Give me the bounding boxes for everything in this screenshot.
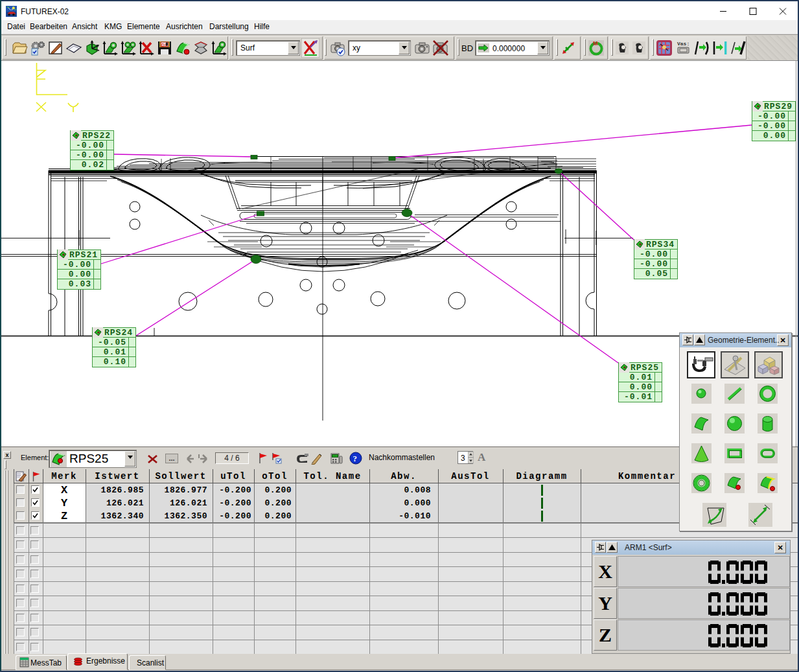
svg-text:Vas:: Vas: [677, 41, 689, 47]
svg-text:?: ? [353, 454, 358, 463]
svg-text:M: M [593, 40, 598, 47]
